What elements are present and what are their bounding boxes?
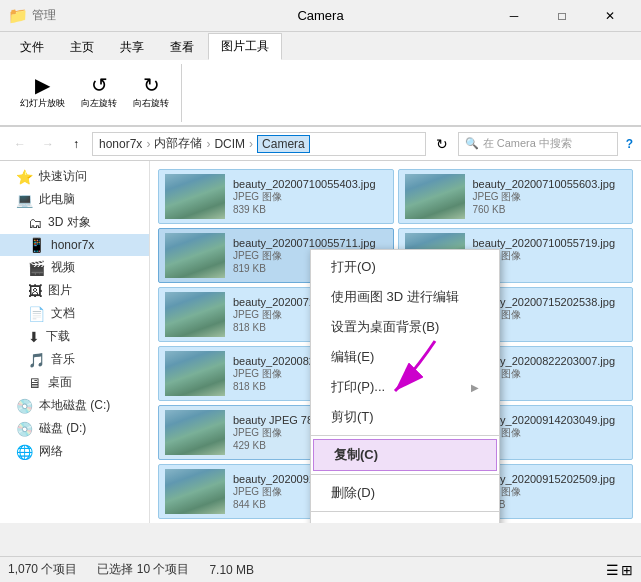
ctx-set-wallpaper[interactable]: 设置为桌面背景(B) — [311, 312, 499, 342]
ctx-edit3d[interactable]: 使用画图 3D 进行编辑 — [311, 282, 499, 312]
breadcrumb-item-dcim[interactable]: DCIM — [214, 137, 245, 151]
view-toggle: ☰ ⊞ — [606, 562, 633, 578]
breadcrumb-item-honor7x[interactable]: honor7x — [99, 137, 142, 151]
sidebar-item-network[interactable]: 🌐 网络 — [0, 440, 149, 463]
sidebar-item-label: 文档 — [51, 305, 75, 322]
item-count: 1,070 个项目 — [8, 561, 77, 578]
phone-icon: 📱 — [28, 237, 45, 253]
downloads-icon: ⬇ — [28, 329, 40, 345]
tab-share[interactable]: 共享 — [108, 35, 156, 60]
search-box[interactable]: 🔍 在 Camera 中搜索 — [458, 132, 618, 156]
address-bar: ← → ↑ honor7x › 内部存储 › DCIM › Camera ↻ 🔍… — [0, 127, 641, 161]
sidebar-item-3dobjects[interactable]: 🗂 3D 对象 — [0, 211, 149, 234]
sidebar-item-video[interactable]: 🎬 视频 — [0, 256, 149, 279]
back-button[interactable]: ← — [8, 132, 32, 156]
breadcrumb-sep-1: › — [146, 137, 150, 151]
quickaccess-icon: ⭐ — [16, 169, 33, 185]
file-size: 760 KB — [473, 204, 627, 215]
up-button[interactable]: ↑ — [64, 132, 88, 156]
ctx-cut[interactable]: 剪切(T) — [311, 402, 499, 432]
sidebar-item-label: 图片 — [48, 282, 72, 299]
file-thumbnail — [165, 292, 225, 337]
sidebar-item-label: honor7x — [51, 238, 94, 252]
ribbon-group-actions: ▶ 幻灯片放映 ↺ 向左旋转 ↻ 向右旋转 — [8, 64, 182, 122]
file-area[interactable]: beauty_20200710055403.jpg JPEG 图像 839 KB… — [150, 161, 641, 523]
ribbon-tabs: 文件 主页 共享 查看 图片工具 — [0, 32, 641, 60]
ctx-edit[interactable]: 编辑(E) — [311, 342, 499, 372]
sidebar-item-pictures[interactable]: 🖼 图片 — [0, 279, 149, 302]
sidebar-item-label: 快速访问 — [39, 168, 87, 185]
breadcrumb-bar[interactable]: honor7x › 内部存储 › DCIM › Camera — [92, 132, 426, 156]
sidebar-item-label: 3D 对象 — [48, 214, 91, 231]
title-bar-left: 📁 管理 — [8, 6, 56, 25]
diskd-icon: 💿 — [16, 421, 33, 437]
close-button[interactable]: ✕ — [587, 2, 633, 30]
sidebar-item-thispc[interactable]: 💻 此电脑 — [0, 188, 149, 211]
video-icon: 🎬 — [28, 260, 45, 276]
file-size: 839 KB — [233, 204, 387, 215]
grid-view-button[interactable]: ⊞ — [621, 562, 633, 578]
tab-picture-tools[interactable]: 图片工具 — [208, 33, 282, 60]
thispc-icon: 💻 — [16, 192, 33, 208]
file-name: beauty_20200710055711.jpg — [233, 237, 387, 249]
breadcrumb-item-camera[interactable]: Camera — [257, 135, 310, 153]
sidebar-item-diskd[interactable]: 💿 磁盘 (D:) — [0, 417, 149, 440]
tab-file[interactable]: 文件 — [8, 35, 56, 60]
ctx-open[interactable]: 打开(O) — [311, 252, 499, 282]
file-thumbnail — [165, 351, 225, 396]
sidebar-item-localc[interactable]: 💿 本地磁盘 (C:) — [0, 394, 149, 417]
breadcrumb-item-storage[interactable]: 内部存储 — [154, 135, 202, 152]
file-thumbnail — [405, 174, 465, 219]
ctx-copy[interactable]: 复制(C) — [313, 439, 497, 471]
tab-home[interactable]: 主页 — [58, 35, 106, 60]
ribbon: 文件 主页 共享 查看 图片工具 ▶ 幻灯片放映 ↺ 向左旋转 ↻ 向右旋转 — [0, 32, 641, 127]
title-bar: 📁 管理 Camera ─ □ ✕ — [0, 0, 641, 32]
maximize-button[interactable]: □ — [539, 2, 585, 30]
sidebar: ⭐ 快速访问 💻 此电脑 🗂 3D 对象 📱 honor7x 🎬 视频 🖼 图片… — [0, 161, 150, 523]
file-type: JPEG 图像 — [233, 190, 387, 204]
sidebar-item-downloads[interactable]: ⬇ 下载 — [0, 325, 149, 348]
sidebar-item-desktop[interactable]: 🖥 桌面 — [0, 371, 149, 394]
file-info: beauty_20200710055603.jpg JPEG 图像 760 KB — [473, 178, 627, 215]
list-item[interactable]: beauty_20200710055603.jpg JPEG 图像 760 KB — [398, 169, 634, 224]
sidebar-item-quickaccess[interactable]: ⭐ 快速访问 — [0, 165, 149, 188]
status-bar: 1,070 个项目 已选择 10 个项目 7.10 MB ☰ ⊞ — [0, 556, 641, 582]
ctx-separator-2 — [311, 474, 499, 475]
ctx-print[interactable]: 打印(P)... ▶ — [311, 372, 499, 402]
file-type: JPEG 图像 — [473, 190, 627, 204]
slideshow-button[interactable]: ▶ 幻灯片放映 — [14, 73, 71, 112]
tab-view[interactable]: 查看 — [158, 35, 206, 60]
file-name: beauty_20200710055719.jpg — [473, 237, 627, 249]
sidebar-item-label: 网络 — [39, 443, 63, 460]
file-thumbnail — [165, 233, 225, 278]
ctx-properties[interactable]: 属性(R) — [311, 515, 499, 523]
sidebar-item-label: 桌面 — [48, 374, 72, 391]
title-text: 管理 — [32, 7, 56, 24]
file-thumbnail — [165, 410, 225, 455]
ribbon-content: ▶ 幻灯片放映 ↺ 向左旋转 ↻ 向右旋转 — [0, 60, 641, 126]
list-item[interactable]: beauty_20200710055403.jpg JPEG 图像 839 KB — [158, 169, 394, 224]
refresh-button[interactable]: ↻ — [430, 132, 454, 156]
file-thumbnail — [165, 174, 225, 219]
rotate-left-icon: ↺ — [91, 75, 108, 95]
submenu-arrow: ▶ — [471, 382, 479, 393]
context-menu: 打开(O) 使用画图 3D 进行编辑 设置为桌面背景(B) 编辑(E) 打印(P… — [310, 249, 500, 523]
list-view-button[interactable]: ☰ — [606, 562, 619, 578]
network-icon: 🌐 — [16, 444, 33, 460]
rotate-right-button[interactable]: ↻ 向右旋转 — [127, 73, 175, 112]
3dobjects-icon: 🗂 — [28, 215, 42, 231]
sidebar-item-honor7x[interactable]: 📱 honor7x — [0, 234, 149, 256]
sidebar-item-label: 磁盘 (D:) — [39, 420, 86, 437]
rotate-left-button[interactable]: ↺ 向左旋转 — [75, 73, 123, 112]
sidebar-item-label: 音乐 — [51, 351, 75, 368]
ctx-separator-1 — [311, 435, 499, 436]
sidebar-item-label: 此电脑 — [39, 191, 75, 208]
sidebar-item-documents[interactable]: 📄 文档 — [0, 302, 149, 325]
ctx-delete[interactable]: 删除(D) — [311, 478, 499, 508]
forward-button[interactable]: → — [36, 132, 60, 156]
file-name: beauty_20200710055603.jpg — [473, 178, 627, 190]
sidebar-item-label: 本地磁盘 (C:) — [39, 397, 110, 414]
rotate-right-icon: ↻ — [143, 75, 160, 95]
minimize-button[interactable]: ─ — [491, 2, 537, 30]
sidebar-item-music[interactable]: 🎵 音乐 — [0, 348, 149, 371]
